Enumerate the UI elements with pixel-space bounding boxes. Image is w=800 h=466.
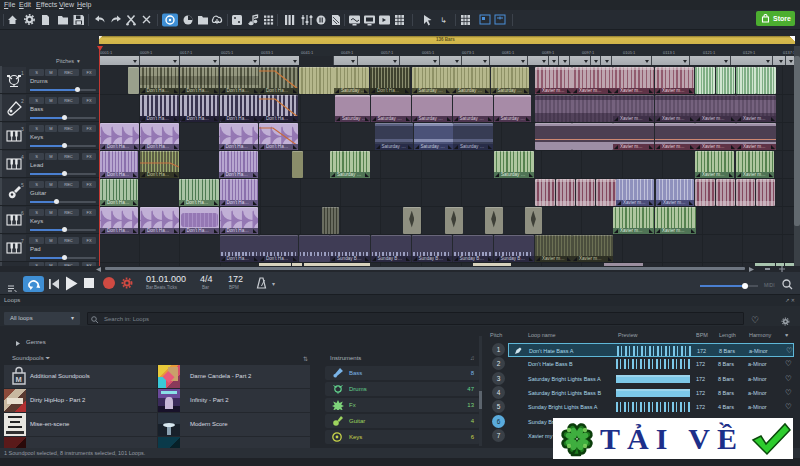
svg-text:↳: ↳: [440, 16, 447, 25]
svg-text:M: M: [16, 375, 22, 384]
